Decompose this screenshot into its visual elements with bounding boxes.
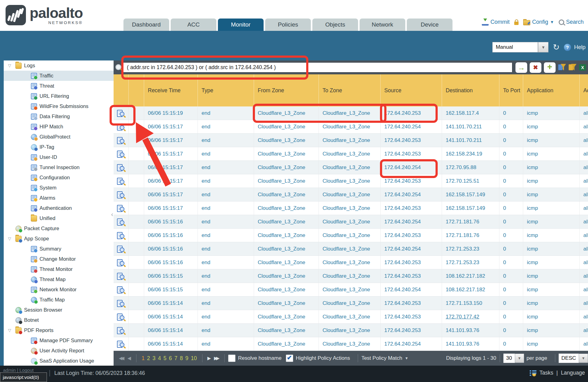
config-menu-button[interactable]: Config ▼ [523, 19, 554, 25]
page-number[interactable]: 7 [174, 355, 177, 362]
cell-destination[interactable]: 108.162.217.182 [442, 283, 499, 296]
help-label[interactable]: Help [574, 44, 586, 51]
log-detail-icon[interactable] [117, 191, 125, 198]
page-number[interactable]: 3 [152, 355, 156, 362]
sidebar-item-ip-tag[interactable]: IP-Tag [4, 142, 114, 152]
add-filter-button[interactable]: + [544, 62, 556, 73]
sidebar-item-pdf-reports[interactable]: PDF Reports [4, 325, 114, 335]
log-detail-icon[interactable] [117, 300, 125, 307]
cell-destination[interactable]: 172.71.153.150 [442, 297, 499, 310]
log-detail-icon[interactable] [117, 164, 125, 171]
cell-destination[interactable]: 172.71.181.76 [442, 229, 499, 242]
log-detail-icon[interactable] [117, 313, 125, 321]
sidebar-item-network-monitor[interactable]: Network Monitor [4, 284, 114, 295]
filter-builder-icon[interactable] [558, 64, 566, 71]
sidebar-item-authentication[interactable]: Authentication [4, 203, 114, 213]
table-row[interactable]: 06/06 15:15:14 end Cloudflare_L3_Zone Cl… [114, 337, 588, 351]
sidebar-item-session-browser[interactable]: Session Browser [4, 305, 114, 315]
highlight-policy-actions-checkbox[interactable] [286, 355, 293, 362]
table-row[interactable]: 06/06 15:15:16 end Cloudflare_L3_Zone Cl… [114, 215, 588, 229]
table-row[interactable]: 06/06 15:15:14 end Cloudflare_L3_Zone Cl… [114, 324, 588, 337]
cell-destination[interactable]: 172.71.181.76 [442, 215, 499, 228]
sidebar-item-threat-monitor[interactable]: Threat Monitor [4, 264, 114, 274]
table-row[interactable]: 06/06 15:15:14 end Cloudflare_L3_Zone Cl… [114, 297, 588, 310]
page-number[interactable]: 9 [186, 355, 189, 362]
log-detail-icon[interactable] [117, 259, 125, 266]
table-row[interactable]: 06/06 15:15:17 end Cloudflare_L3_Zone Cl… [114, 134, 588, 147]
log-detail-icon[interactable] [117, 205, 125, 212]
log-detail-icon[interactable] [117, 218, 125, 226]
apply-filter-button[interactable]: → [515, 62, 527, 73]
tasks-button[interactable]: Tasks [540, 370, 553, 376]
load-filter-icon[interactable] [569, 64, 577, 71]
help-icon[interactable]: ? [564, 44, 571, 51]
sidebar-item-tunnel-inspection[interactable]: Tunnel Inspection [4, 162, 114, 172]
sort-order-select[interactable]: DESC ▼ [559, 354, 588, 363]
sidebar-item-globalprotect[interactable]: GlobalProtect [4, 132, 114, 142]
sidebar-item-url-filtering[interactable]: URL Filtering [4, 91, 114, 101]
header-source[interactable]: Source [381, 74, 442, 106]
export-csv-icon[interactable]: X [579, 64, 586, 71]
sidebar-collapse-handle[interactable]: ‹ [111, 211, 113, 218]
tab-network[interactable]: Network [360, 19, 405, 31]
refresh-mode-select-arrow[interactable]: ▼ [538, 42, 548, 52]
search-button[interactable]: Search [559, 19, 584, 25]
clear-filter-button[interactable]: ✖ [530, 62, 541, 73]
cell-destination[interactable]: 172.70.95.88 [442, 161, 499, 174]
test-policy-match-button[interactable]: Test Policy Match ▼ [361, 355, 408, 361]
sidebar-item-threat-map[interactable]: Threat Map [4, 274, 114, 284]
header-receive-time[interactable]: Receive Time [144, 74, 198, 106]
resolve-hostname-checkbox[interactable] [228, 355, 236, 362]
cell-destination[interactable]: 172.71.253.23 [442, 256, 499, 269]
cell-destination[interactable]: 108.162.217.182 [442, 269, 499, 283]
table-row[interactable]: 06/06 15:15:17 end Cloudflare_L3_Zone Cl… [114, 174, 588, 188]
log-detail-icon[interactable] [117, 137, 125, 144]
table-row[interactable]: 06/06 15:15:15 end Cloudflare_L3_Zone Cl… [114, 283, 588, 297]
log-detail-icon[interactable] [117, 177, 125, 185]
page-number[interactable]: 2 [147, 355, 150, 362]
sidebar-item-traffic[interactable]: Traffic [4, 71, 114, 81]
sidebar-item-saas-application-usage[interactable]: SaaS Application Usage [4, 356, 114, 366]
sidebar-item-logs[interactable]: Logs [4, 60, 114, 71]
log-detail-icon[interactable] [117, 232, 125, 239]
tab-dashboard[interactable]: Dashboard [123, 19, 169, 31]
table-row[interactable]: 06/06 15:15:19 end Cloudflare_L3_Zone Cl… [114, 106, 588, 120]
header-to-zone[interactable]: To Zone [319, 74, 381, 106]
header-type[interactable]: Type [198, 74, 254, 106]
cell-destination[interactable]: 172.71.253.23 [442, 242, 499, 255]
log-detail-icon[interactable] [117, 327, 125, 334]
tree-expand-icon[interactable] [8, 236, 15, 241]
log-detail-icon[interactable] [117, 340, 125, 348]
refresh-icon[interactable]: ↻ [553, 43, 560, 51]
cell-destination[interactable]: 141.101.70.211 [442, 134, 499, 147]
sidebar-item-change-monitor[interactable]: Change Monitor [4, 254, 114, 264]
language-button[interactable]: Language [561, 370, 585, 376]
log-detail-icon[interactable] [117, 272, 125, 280]
prev-page-button[interactable]: ◀ [127, 355, 131, 361]
per-page-select[interactable]: 30 ▼ [503, 354, 524, 363]
lock-icon[interactable] [514, 22, 519, 25]
table-row[interactable]: 06/06 15:15:15 end Cloudflare_L3_Zone Cl… [114, 269, 588, 283]
page-number[interactable]: 4 [158, 355, 161, 362]
page-number[interactable]: 1 [142, 355, 145, 362]
tab-acc[interactable]: ACC [171, 19, 216, 31]
sidebar-item-unified[interactable]: Unified [4, 213, 114, 223]
next-page-button[interactable]: ▶ [207, 355, 211, 361]
cell-destination[interactable]: 172.70.177.42 [442, 310, 499, 323]
first-page-button[interactable]: ◀◀ [119, 355, 124, 361]
sidebar-item-user-activity-report[interactable]: User Activity Report [4, 346, 114, 356]
last-page-button[interactable]: ▶▶ [214, 355, 219, 361]
header-to-port[interactable]: To Port [499, 74, 523, 106]
tab-device[interactable]: Device [407, 19, 452, 31]
log-filter-input[interactable] [123, 62, 512, 73]
table-row[interactable]: 06/06 15:15:17 end Cloudflare_L3_Zone Cl… [114, 120, 588, 134]
user-session-links[interactable]: admin | Logout [3, 367, 34, 373]
log-detail-icon[interactable] [117, 110, 125, 117]
cell-destination[interactable]: 172.70.125.51 [442, 174, 499, 188]
cell-destination[interactable]: 141.101.93.76 [442, 324, 499, 337]
sidebar-item-traffic-map[interactable]: Traffic Map [4, 295, 114, 305]
sidebar-item-hip-match[interactable]: HIP Match [4, 122, 114, 132]
sidebar-item-alarms[interactable]: Alarms [4, 193, 114, 203]
header-destination[interactable]: Destination [442, 74, 499, 106]
cell-destination[interactable]: 162.158.157.149 [442, 188, 499, 201]
